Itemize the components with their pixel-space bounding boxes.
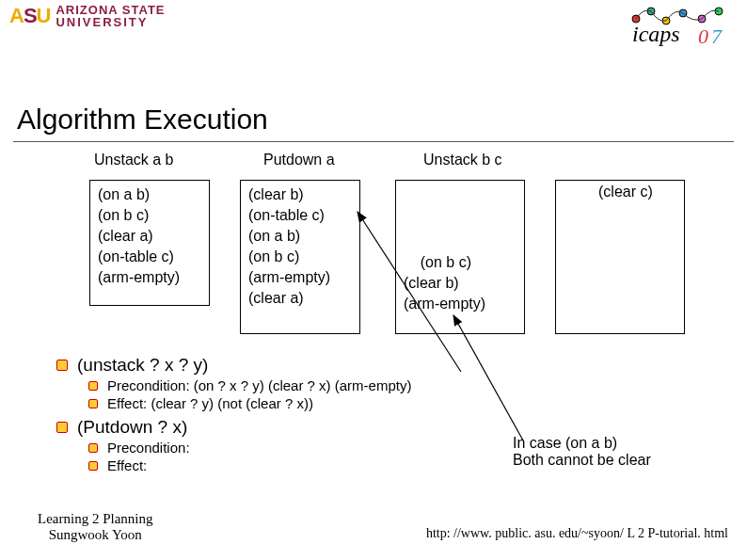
unstack-pre: (on ? x ? y) (clear ? x) (arm-empty)	[194, 377, 412, 393]
state-box-2: (clear b) (on-table c) (on a b) (on b c)…	[240, 180, 360, 334]
unstack-head: (unstack ? x ? y)	[77, 355, 208, 376]
bullet-unstack: (unstack ? x ? y)	[56, 355, 747, 376]
state-box-4	[555, 180, 685, 334]
op-label-2: Putdown a	[263, 152, 335, 168]
bullet-icon	[88, 399, 98, 408]
op-label-3: Unstack b c	[423, 152, 502, 168]
title-divider	[13, 141, 734, 142]
putdown-head: (Putdown ? x)	[77, 417, 187, 438]
state-4-text: (clear c)	[598, 184, 653, 200]
unstack-eff: (clear ? y) (not (clear ? x))	[151, 395, 313, 411]
footer-left: Learning 2 Planning Sungwook Yoon	[38, 511, 152, 543]
asu-text-line2: UNIVERSITY	[56, 16, 165, 28]
bullet-unstack-pre: Precondition: (on ? x ? y) (clear ? x) (…	[88, 377, 747, 393]
asu-mark-icon: ASU	[9, 6, 50, 26]
asu-logo: ASU ARIZONA STATE UNIVERSITY	[9, 4, 166, 28]
putdown-pre-label: Precondition:	[107, 440, 190, 456]
unstack-eff-label: Effect:	[107, 395, 151, 411]
state-box-3: (on b c) (clear b) (arm-empty)	[395, 180, 525, 334]
slide-header: ASU ARIZONA STATE UNIVERSITY icaps 0 7	[0, 0, 747, 56]
svg-text:icaps: icaps	[632, 22, 680, 46]
slide-title: Algorithm Execution	[17, 104, 747, 136]
bullet-icon	[88, 461, 98, 471]
bullet-icon	[88, 443, 98, 453]
putdown-eff-label: Effect:	[107, 457, 147, 473]
state-box-1: (on a b) (on b c) (clear a) (on-table c)…	[89, 180, 210, 306]
bullet-icon	[56, 422, 68, 433]
bullet-unstack-eff: Effect: (clear ? y) (not (clear ? x))	[88, 395, 747, 411]
op-label-1: Unstack a b	[94, 152, 173, 168]
footer-url: http: //www. public. asu. edu/~syoon/ L …	[426, 526, 728, 541]
bullet-icon	[56, 360, 68, 371]
state-3-text: (on b c) (clear b) (arm-empty)	[404, 254, 485, 312]
side-note: In case (on a b) Both cannot be clear	[513, 435, 651, 469]
footer-left-line1: Learning 2 Planning	[38, 511, 152, 527]
unstack-pre-label: Precondition:	[107, 377, 194, 393]
bullet-icon	[88, 381, 98, 391]
svg-text:0: 0	[698, 24, 708, 48]
footer-left-line2: Sungwook Yoon	[38, 527, 152, 543]
icaps07-logo: icaps 0 7	[625, 2, 738, 49]
svg-text:7: 7	[711, 24, 723, 48]
